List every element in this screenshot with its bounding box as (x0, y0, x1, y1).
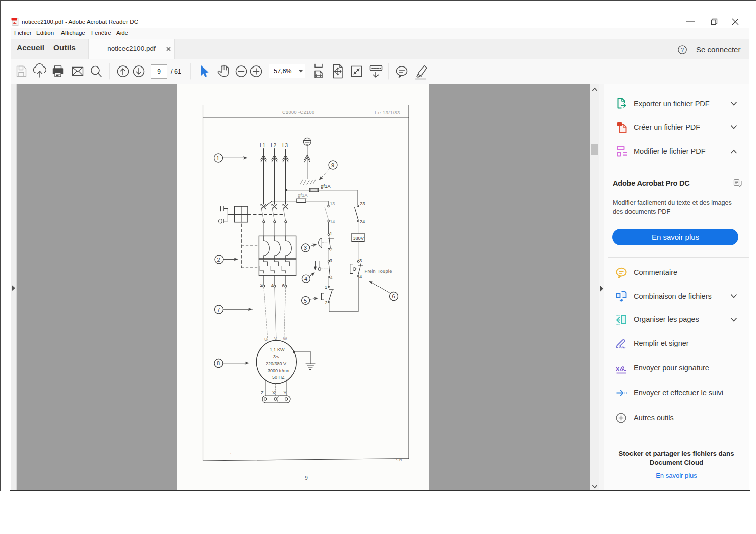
svg-text:3: 3 (304, 245, 307, 251)
svg-text:3000 tr/mn: 3000 tr/mn (268, 368, 289, 373)
svg-text:’: ’ (230, 452, 231, 456)
svg-text:9: 9 (305, 475, 308, 481)
svg-text:380V: 380V (353, 235, 364, 241)
svg-text:x: x (616, 365, 620, 372)
svg-text:24: 24 (360, 219, 365, 224)
svg-text:3: 3 (359, 258, 362, 263)
svg-text:6: 6 (282, 283, 285, 288)
svg-text:L2: L2 (271, 143, 277, 148)
svg-text:Le 13/1/83: Le 13/1/83 (375, 110, 400, 115)
svg-text:X: X (272, 390, 275, 395)
svg-text:23: 23 (360, 201, 365, 206)
svg-text:2: 2 (330, 247, 333, 252)
svg-text:50 HZ: 50 HZ (272, 375, 285, 380)
svg-text:7: 7 (217, 307, 220, 313)
svg-text:C2000 -C2100: C2000 -C2100 (282, 110, 315, 115)
svg-text:1,1 KW: 1,1 KW (270, 347, 285, 352)
svg-text:6: 6 (392, 293, 395, 299)
svg-text:220/380 V: 220/380 V (266, 361, 286, 366)
svg-text:5: 5 (304, 298, 307, 304)
svg-text:3: 3 (330, 258, 332, 263)
svg-text:gf1A: gf1A (321, 183, 331, 189)
svg-text:14: 14 (330, 219, 335, 224)
svg-text:W: W (283, 336, 287, 341)
svg-text:2: 2 (325, 300, 328, 305)
svg-text:L3: L3 (282, 143, 288, 148)
svg-text:13: 13 (330, 201, 335, 206)
svg-text:Y: Y (284, 390, 287, 395)
svg-text:Z: Z (261, 390, 264, 395)
svg-text:4: 4 (271, 283, 274, 288)
svg-text:L1: L1 (260, 143, 266, 148)
svg-text:gf1A: gf1A (298, 192, 308, 198)
svg-text:1: 1 (330, 231, 332, 236)
svg-text:3∿: 3∿ (273, 354, 280, 359)
svg-text:1: 1 (216, 155, 219, 161)
svg-text:4: 4 (359, 274, 362, 279)
svg-text:< H: < H (396, 458, 402, 461)
svg-text:2: 2 (260, 283, 263, 288)
svg-text:U: U (264, 337, 267, 342)
svg-text:9: 9 (331, 162, 334, 168)
svg-text:1: 1 (325, 285, 327, 290)
svg-text:2: 2 (217, 257, 220, 263)
svg-text:V: V (274, 336, 277, 341)
svg-text:8: 8 (217, 360, 220, 366)
svg-text:4: 4 (330, 275, 333, 280)
svg-text:4: 4 (304, 276, 307, 282)
svg-text:Frein Toupie: Frein Toupie (365, 269, 392, 274)
svg-text:?: ? (681, 47, 684, 53)
